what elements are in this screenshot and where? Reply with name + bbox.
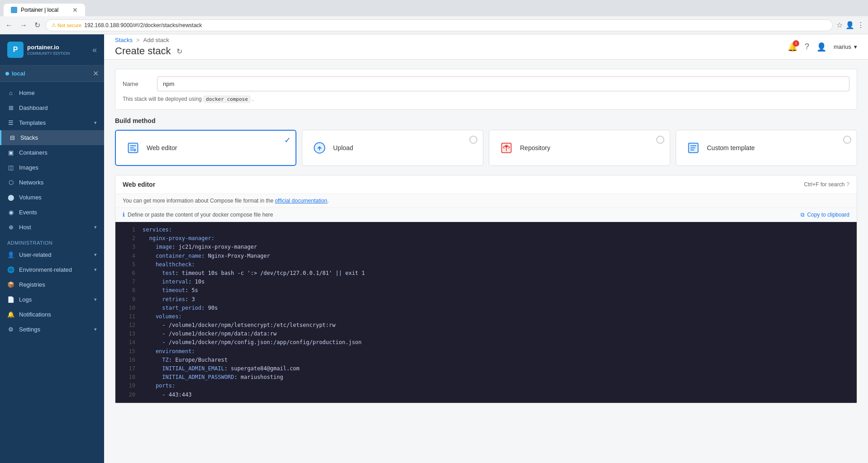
registries-icon: 📦 [7,281,14,288]
bookmark-star-icon[interactable]: ☆ [836,21,843,29]
editor-description: You can get more information about Compo… [115,194,857,208]
tab-close-button[interactable]: ✕ [72,6,78,14]
line-number: 8 [123,286,135,295]
line-content: container_name: Nginx-Proxy-Manager [143,252,849,260]
web-editor-section: Web editor Ctrl+F for search ? You can g… [115,175,857,403]
line-number: 4 [123,252,135,260]
line-number: 11 [123,312,135,321]
search-hint: Ctrl+F for search ? [804,181,849,188]
line-number: 19 [123,382,135,390]
sidebar-item-networks[interactable]: ⬡ Networks [0,175,104,190]
settings-icon: ⚙ [7,326,14,333]
line-content: interval: 10s [143,278,849,286]
code-line-14: 14 - /volume1/docker/npm/config.json:/ap… [115,338,857,347]
sidebar-item-registries[interactable]: 📦 Registries [0,277,104,292]
code-editor[interactable]: 1 services: 2 nginx-proxy-manager: 3 ima… [115,222,857,403]
line-content: services: [143,226,849,234]
sidebar-item-volumes[interactable]: ⬤ Volumes [0,190,104,205]
menu-dots-icon[interactable]: ⋮ [857,21,864,29]
admin-section-label: Administration [0,235,104,247]
line-number: 6 [123,269,135,278]
sidebar-item-logs[interactable]: 📄 Logs ▾ [0,292,104,307]
line-content: INITIAL_ADMIN_EMAIL: supergate84@gmail.c… [143,364,849,373]
tab-favicon [11,7,17,13]
custom-template-radio [843,136,851,144]
sidebar-item-dashboard[interactable]: ⊞ Dashboard [0,100,104,115]
line-number: 17 [123,364,135,373]
line-content: - 443:443 [143,391,849,399]
help-button[interactable]: ? [805,42,809,52]
web-editor-header: Web editor Ctrl+F for search ? [115,175,857,194]
copy-icon: ⧉ [801,212,805,218]
sidebar-item-settings[interactable]: ⚙ Settings ▾ [0,322,104,337]
line-number: 9 [123,295,135,304]
browser-tab-active[interactable]: Portainer | local ✕ [4,4,85,16]
code-line-4: 4 container_name: Nginx-Proxy-Manager [115,252,857,260]
stack-name-input[interactable] [157,76,849,91]
profile-icon[interactable]: 👤 [845,21,854,29]
home-icon: ⌂ [7,90,14,96]
copy-to-clipboard-button[interactable]: ⧉ Copy to clipboard [801,212,849,218]
address-bar[interactable]: ⚠ Not secure 192.168.0.188:9000/#!/2/doc… [46,19,833,31]
editor-info-bar: ℹ Define or paste the content of your do… [115,208,857,222]
sidebar-collapse-button[interactable]: « [92,45,97,55]
line-content: retries: 3 [143,295,849,304]
sidebar-environment-selector[interactable]: local ✕ [0,66,104,82]
web-editor-label: Web editor [147,144,177,151]
forward-button[interactable]: → [18,19,29,31]
line-number: 20 [123,391,135,399]
sidebar-item-containers[interactable]: ▣ Containers [0,145,104,160]
custom-template-icon [685,140,701,156]
line-content: - /volume1/docker/npm/letsencrypt:/etc/l… [143,321,849,330]
sidebar-item-stacks[interactable]: ⊟ Stacks [0,130,104,145]
breadcrumb-current: Add stack [143,37,169,43]
host-arrow-icon: ▾ [94,224,97,230]
user-menu-chevron-icon: ▾ [854,43,857,50]
url-text: 192.168.0.188:9000/#!/2/docker/stacks/ne… [84,22,202,28]
help-circle-icon: ? [846,181,849,188]
username-label: marius [834,43,851,50]
build-method-upload[interactable]: Upload [302,130,483,166]
build-method-custom-template[interactable]: Custom template [676,130,857,166]
breadcrumb-stacks-link[interactable]: Stacks [115,37,133,43]
build-method-repository[interactable]: Repository [489,130,670,166]
custom-template-label: Custom template [707,144,755,151]
sidebar-item-host[interactable]: ⊕ Host ▾ [0,220,104,235]
user-related-icon: 👤 [7,251,14,258]
browser-chrome: Portainer | local ✕ [0,0,868,16]
sidebar-item-events[interactable]: ◉ Events [0,205,104,220]
sidebar-nav: ⌂ Home ⊞ Dashboard ☰ Templates ▾ ⊟ Stack… [0,82,104,463]
sidebar-item-home[interactable]: ⌂ Home [0,85,104,100]
app-container: P portainer.io COMMUNITY EDITION « local… [0,34,868,463]
build-method-web-editor[interactable]: Web editor ✓ [115,130,296,166]
sidebar-item-user-related[interactable]: 👤 User-related ▾ [0,247,104,262]
line-number: 10 [123,304,135,312]
deploy-info-text: This stack will be deployed using docker… [123,96,849,102]
code-line-11: 11 volumes: [115,312,857,321]
line-number: 13 [123,330,135,338]
official-documentation-link[interactable]: official documentation [275,198,327,204]
sidebar-item-templates[interactable]: ☰ Templates ▾ [0,115,104,130]
main-content: Stacks > Add stack Create stack ↻ 🔔 1 ? … [104,34,868,463]
sidebar-item-environment-related[interactable]: 🌐 Environment-related ▾ [0,262,104,277]
environment-status-dot [5,72,9,76]
refresh-icon[interactable]: ↻ [176,47,182,56]
deploy-command-code: docker compose [203,95,251,103]
line-content: ports: [143,382,849,390]
sidebar-item-images[interactable]: ◫ Images [0,160,104,175]
back-button[interactable]: ← [4,19,14,31]
top-header: Stacks > Add stack Create stack ↻ 🔔 1 ? … [104,34,868,60]
code-line-13: 13 - /volume1/docker/npm/data:/data:rw [115,330,857,338]
templates-icon: ☰ [7,119,14,126]
user-menu[interactable]: marius ▾ [834,43,857,50]
sidebar-item-notifications[interactable]: 🔔 Notifications [0,307,104,322]
web-editor-check-icon: ✓ [284,135,291,145]
browser-tabs: Portainer | local ✕ [4,4,864,16]
environment-close-button[interactable]: ✕ [93,69,99,78]
notifications-bell-button[interactable]: 🔔 1 [787,42,797,52]
user-profile-button[interactable]: 👤 [816,42,826,52]
code-line-3: 3 image: jc21/nginx-proxy-manager [115,243,857,251]
reload-button[interactable]: ↻ [33,19,42,31]
line-number: 7 [123,278,135,286]
environment-related-arrow-icon: ▾ [94,267,97,273]
